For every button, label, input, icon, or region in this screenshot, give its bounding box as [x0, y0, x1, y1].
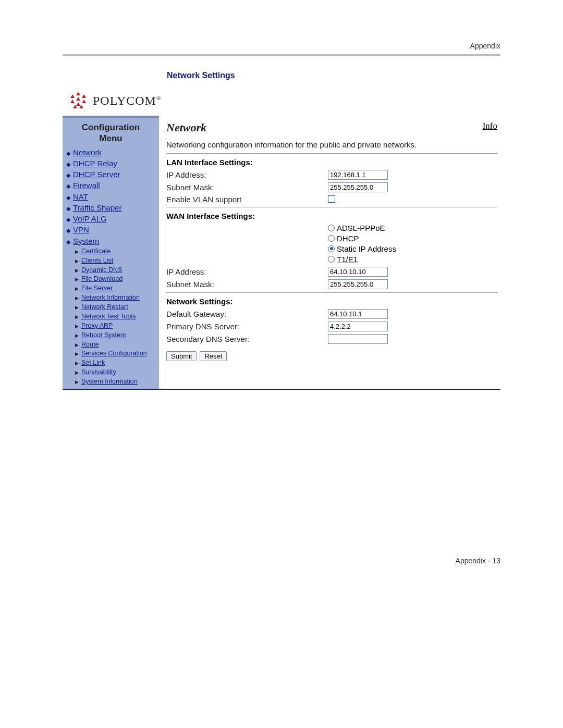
page-header-appendix: Appendix — [63, 42, 500, 54]
sidebar-item-traffic-shaper[interactable]: ◆Traffic Shaper — [66, 203, 156, 213]
submit-button[interactable]: Submit — [166, 351, 197, 361]
divider — [166, 292, 497, 293]
sidebar: Configuration Menu ◆Network ◆DHCP Relay … — [63, 116, 159, 389]
sidebar-item-voip-alg[interactable]: ◆VoIP ALG — [66, 214, 156, 224]
sidebar-sub-route[interactable]: ▶Route — [75, 340, 156, 349]
sidebar-sub-clients-list[interactable]: ▶Clients List — [75, 256, 156, 265]
wan-option-static-ip[interactable]: Static IP Address — [328, 244, 497, 253]
svg-marker-4 — [70, 100, 75, 103]
sidebar-item-dhcp-relay[interactable]: ◆DHCP Relay — [66, 158, 156, 169]
lan-mask-input[interactable] — [328, 182, 388, 192]
sidebar-sub-file-server[interactable]: ▶File Server — [75, 284, 156, 293]
lan-ip-input[interactable] — [328, 170, 388, 180]
sidebar-sub-services-configuration[interactable]: ▶Services Configuration — [75, 349, 156, 358]
sidebar-sub-file-download[interactable]: ▶File Download — [75, 275, 156, 283]
lan-vlan-checkbox[interactable] — [328, 195, 335, 203]
divider — [166, 153, 497, 154]
sidebar-sub-network-information[interactable]: ▶Network Information — [75, 293, 156, 302]
sidebar-sub-reboot-system[interactable]: ▶Reboot System — [75, 331, 156, 340]
info-link[interactable]: Info — [483, 121, 497, 131]
wan-ip-input[interactable] — [328, 267, 388, 277]
wan-heading: WAN Interface Settings: — [166, 212, 497, 220]
svg-marker-5 — [82, 100, 86, 103]
sidebar-item-firewall[interactable]: ◆Firewall — [66, 180, 156, 191]
net-heading: Network Settings: — [166, 297, 497, 306]
sidebar-sub-dynamic-dns[interactable]: ▶Dynamic DNS — [75, 266, 156, 275]
svg-marker-1 — [70, 94, 75, 98]
sidebar-sub-network-test-tools[interactable]: ▶Network Test Tools — [75, 312, 156, 321]
wan-option-t1e1[interactable]: T1/E1 — [328, 255, 497, 264]
sidebar-sub-certificate[interactable]: ▶Certificate — [75, 247, 156, 256]
content-description: Networking configuration information for… — [166, 140, 497, 150]
section-title: Network Settings — [167, 71, 500, 80]
sidebar-item-dhcp-server[interactable]: ◆DHCP Server — [66, 169, 156, 180]
net-dns1-input[interactable] — [328, 322, 388, 331]
sidebar-item-vpn[interactable]: ◆VPN — [66, 225, 156, 235]
lan-mask-label: Subnet Mask: — [166, 183, 328, 192]
net-dns1-label: Primary DNS Server: — [166, 322, 328, 331]
net-gw-label: Default Gateway: — [166, 310, 328, 318]
sidebar-sub-system-information[interactable]: ▶System Information — [75, 377, 156, 386]
lan-vlan-label: Enable VLAN support — [166, 195, 328, 204]
svg-marker-0 — [76, 92, 80, 95]
wan-mask-input[interactable] — [328, 279, 388, 289]
header-rule — [63, 54, 500, 56]
page-footer: Appendix - 13 — [63, 557, 500, 565]
lan-ip-label: IP Address: — [166, 170, 328, 179]
divider — [166, 207, 497, 207]
wan-option-adsl-pppoe[interactable]: ADSL-PPPoE — [328, 224, 497, 232]
reset-button[interactable]: Reset — [200, 351, 227, 361]
svg-marker-6 — [76, 102, 80, 106]
wan-ip-label: IP Address: — [166, 267, 328, 276]
net-gw-input[interactable] — [328, 309, 388, 319]
content-pane: Network Info Networking configuration in… — [159, 116, 500, 389]
sidebar-sub-network-restart[interactable]: ▶Network Restart — [75, 303, 156, 312]
content-title: Network — [166, 121, 206, 134]
svg-marker-3 — [76, 97, 80, 101]
sidebar-sub-set-link[interactable]: ▶Set Link — [75, 359, 156, 367]
sidebar-title: Configuration Menu — [66, 122, 156, 144]
lan-heading: LAN Interface Settings: — [166, 158, 497, 167]
net-dns2-label: Secondary DNS Server: — [166, 335, 328, 343]
polycom-logo-icon — [68, 91, 89, 110]
net-dns2-input[interactable] — [328, 334, 388, 344]
sidebar-item-system[interactable]: ◆System — [66, 236, 156, 246]
sidebar-item-nat[interactable]: ◆NAT — [66, 192, 156, 202]
svg-marker-2 — [82, 94, 86, 98]
sidebar-sub-survivability[interactable]: ▶Survivability — [75, 368, 156, 377]
sidebar-item-network[interactable]: ◆Network — [66, 147, 156, 158]
sidebar-sub-proxy-arp[interactable]: ▶Proxy ARP — [75, 322, 156, 330]
brand-logo: POLYCOM® — [68, 91, 500, 110]
brand-name: POLYCOM® — [93, 94, 161, 108]
wan-mask-label: Subnet Mask: — [166, 280, 328, 289]
wan-option-dhcp[interactable]: DHCP — [328, 234, 497, 243]
